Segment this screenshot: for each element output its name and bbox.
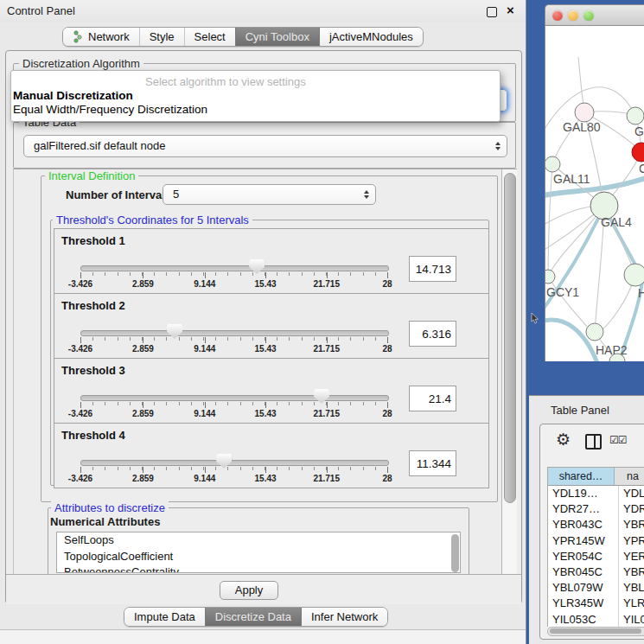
tick-label: 21.715 [313,344,340,354]
close-icon[interactable]: × [507,3,514,17]
zoom-traffic-light[interactable] [583,10,594,21]
popup-item-equal-width-frequency[interactable]: Equal Width/Frequency Discretization [13,103,207,116]
cell[interactable]: YLR3 [619,596,644,611]
tab-style-label: Style [150,30,175,43]
gear-icon[interactable]: ⚙ [556,431,571,449]
minimize-traffic-light[interactable] [568,10,578,21]
columns-icon[interactable] [585,434,602,450]
threshold-2-value-field[interactable]: 6.316 [409,321,456,347]
list-item[interactable]: TopologicalCoefficient [57,549,460,565]
table-row[interactable]: YDL19…YDL1 [548,486,644,501]
cell[interactable]: YBR045C [548,564,619,580]
cell[interactable]: YIL053C [548,612,619,628]
table-row[interactable]: YIL053CYIL0 [548,612,644,628]
column-header-shared[interactable]: shared… [548,468,615,485]
network-node-ga[interactable] [627,107,644,124]
cell[interactable]: YLR345W [548,596,619,611]
tab-jactivemnodules[interactable]: jActiveMNodules [319,28,423,46]
tab-impute-data[interactable]: Impute Data [124,608,205,626]
tick-label: 28 [382,474,392,483]
tab-cyni-toolbox[interactable]: Cyni Toolbox [235,28,319,46]
threshold-4-slider[interactable]: -3.426 2.859 9.144 15.43 21.715 28 [80,424,387,488]
tab-select[interactable]: Select [184,28,235,46]
cell[interactable]: YPR145W [548,533,619,549]
network-node-gcy1[interactable] [545,270,555,284]
threshold-1-slider[interactable]: -3.426 2.859 9.144 15.43 21.715 28 [80,229,387,293]
cell[interactable]: YIL0 [619,612,644,628]
cell[interactable]: YBL0 [619,580,644,596]
column-header-name[interactable]: na [615,468,644,485]
number-of-intervals-combobox[interactable]: 5 [163,184,376,205]
apply-button[interactable]: Apply [220,581,278,600]
list-item[interactable]: SelfLoops [57,532,460,549]
popup-item-manual-discretization[interactable]: Manual Discretization [13,89,133,102]
threshold-4-value-field[interactable]: 11.344 [409,450,456,476]
tick-label: 15.43 [255,344,277,354]
cell[interactable]: YBR0 [619,564,644,580]
table-row[interactable]: YLR345WYLR3 [548,596,644,611]
tick-label: 9.144 [194,409,215,418]
cell[interactable]: YER054C [548,549,619,564]
node-label-ga: GA [634,124,644,138]
threshold-1-value-field[interactable]: 14.713 [409,256,456,282]
cyni-toolbox-panel: Discretization Algorithm Table Data galF… [5,50,522,604]
slider-track[interactable] [80,330,389,336]
table-data-combobox[interactable]: galFiltered.sif default node [23,135,507,157]
node-label-gal80: GAL80 [563,120,601,134]
list-scrollbar[interactable] [451,534,459,572]
interval-definition-label: Interval Definition [45,169,138,182]
table-row[interactable]: YBR043CYBR0 [548,517,644,532]
settings-scroll-area: Interval Definition Number of Intervals … [13,169,517,576]
network-canvas[interactable]: GAL80 GA C GAL11 GAL4 GCY1 H HAP2 [545,26,644,361]
table-row[interactable]: YBL079WYBL0 [548,580,644,596]
table-row[interactable]: YBR045CYBR0 [548,564,644,580]
tab-style[interactable]: Style [139,28,184,46]
cell[interactable]: YDR2 [619,501,644,517]
slider-track[interactable] [80,265,389,271]
float-window-icon[interactable] [487,7,497,17]
table-horizontal-scrollbar[interactable] [547,627,644,636]
select-columns-checkboxes-icon[interactable]: ☑☑ [609,434,627,446]
apply-row: Apply [6,574,521,604]
cell[interactable]: YPR1 [619,533,644,549]
threshold-2-slider[interactable]: -3.426 2.859 9.144 15.43 21.715 28 [80,294,387,358]
tick-label: -3.426 [68,344,92,354]
cell[interactable]: YDL19… [548,486,619,501]
slider-ticks [80,272,388,278]
tab-discretize-data[interactable]: Discretize Data [205,608,301,626]
cell[interactable]: YER0 [619,549,644,564]
tab-network[interactable]: Network [63,28,139,46]
panel-scrollbar-thumb[interactable] [504,173,516,503]
cell[interactable]: YBR0 [619,517,644,532]
network-node-hap2[interactable] [586,323,603,341]
tick-label: -3.426 [68,279,92,289]
interval-definition-groupbox: Interval Definition Number of Intervals … [41,175,498,502]
control-panel-window: Control Panel × Network Style Select Cyn… [0,0,526,644]
table-row[interactable]: YPR145WYPR1 [548,533,644,549]
tick-label: 2.859 [132,474,154,483]
network-node-gal11[interactable] [545,156,560,172]
table-header-row: shared… na [548,468,644,486]
list-item[interactable]: BetweennessCentrality [57,564,460,573]
node-label-gal11: GAL11 [553,172,590,186]
table-row[interactable]: YER054CYER0 [548,549,644,564]
panel-scrollbar-track[interactable] [501,169,517,575]
tick-label: 9.144 [194,474,215,483]
tick-label: 2.859 [132,344,154,354]
cell[interactable]: YDR27… [548,501,619,517]
network-node-gal80[interactable] [575,103,594,122]
slider-track[interactable] [80,395,389,401]
network-node-h[interactable] [624,264,644,286]
close-traffic-light[interactable] [552,10,563,21]
cell[interactable]: YBR043C [548,517,619,532]
slider-track[interactable] [80,460,389,466]
cell[interactable]: YDL1 [619,486,644,501]
table-row[interactable]: YDR27…YDR2 [548,501,644,517]
tab-discretize-data-label: Discretize Data [215,610,291,623]
threshold-3-value-field[interactable]: 21.4 [409,386,456,411]
tab-infer-network[interactable]: Infer Network [301,608,387,626]
numerical-attributes-list[interactable]: SelfLoops TopologicalCoefficient Between… [56,532,461,573]
cell[interactable]: YBL079W [548,580,619,596]
threshold-3-slider[interactable]: -3.426 2.859 9.144 15.43 21.715 28 [80,359,387,423]
tick-label: 15.43 [255,409,277,418]
